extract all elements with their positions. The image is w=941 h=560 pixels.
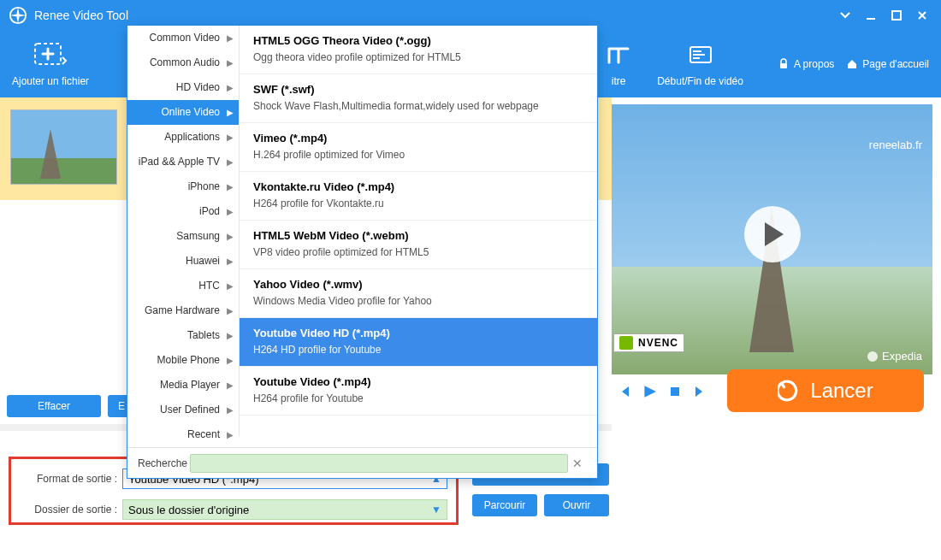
chevron-right-icon: ▶ — [227, 133, 234, 142]
format-category-item[interactable]: Game Hardware▶ — [127, 298, 239, 323]
chevron-right-icon: ▶ — [227, 33, 234, 43]
svg-rect-5 — [693, 50, 701, 52]
search-label: Recherche — [138, 457, 187, 469]
stop-button[interactable] — [666, 383, 684, 400]
option-desc: Ogg theora video profile optimized for H… — [253, 51, 583, 63]
format-category-item[interactable]: Media Player▶ — [127, 373, 239, 398]
format-option-item[interactable]: Youtube Video (*.mp4)H264 profile for Yo… — [240, 367, 597, 416]
settings-dropdown-icon[interactable] — [835, 5, 855, 26]
browse-button[interactable]: Parcourir — [472, 494, 537, 516]
play-button[interactable] — [641, 383, 658, 400]
app-logo-icon — [9, 6, 27, 25]
subtitle-icon — [606, 41, 631, 70]
search-input[interactable] — [196, 457, 562, 469]
category-label: Common Video — [150, 32, 221, 44]
next-button[interactable] — [692, 383, 709, 400]
chevron-right-icon: ▶ — [227, 380, 234, 390]
about-label: A propos — [794, 58, 834, 70]
category-label: User Defined — [160, 404, 220, 416]
chevron-right-icon: ▶ — [227, 108, 234, 117]
svg-rect-2 — [892, 11, 901, 20]
add-file-button[interactable]: Ajouter un fichier — [12, 41, 89, 87]
home-link[interactable]: Page d'accueil — [846, 58, 929, 70]
option-title: HTML5 WebM Video (*.webm) — [253, 229, 583, 242]
chevron-right-icon: ▶ — [227, 256, 234, 266]
svg-point-9 — [867, 351, 878, 362]
chevron-right-icon: ▶ — [227, 58, 234, 68]
format-category-item[interactable]: Tablets▶ — [127, 323, 239, 348]
format-option-item[interactable]: HTML5 WebM Video (*.webm)VP8 video profi… — [240, 221, 597, 269]
format-category-item[interactable]: Mobile Phone▶ — [127, 348, 239, 373]
svg-rect-1 — [867, 18, 875, 20]
format-category-item[interactable]: Huawei▶ — [127, 249, 239, 274]
option-title: Vkontakte.ru Video (*.mp4) — [253, 180, 583, 193]
category-label: HD Video — [176, 81, 220, 93]
subtitle-label: itre — [612, 75, 626, 87]
format-category-item[interactable]: iPad && Apple TV▶ — [127, 150, 239, 174]
format-category-list: Common Video▶Common Audio▶HD Video▶Onlin… — [127, 26, 239, 447]
play-overlay-button[interactable] — [744, 206, 801, 262]
chevron-right-icon: ▶ — [227, 331, 234, 340]
format-category-item[interactable]: Applications▶ — [127, 125, 239, 150]
category-label: Media Player — [160, 379, 220, 391]
format-dropdown: Common Video▶Common Audio▶HD Video▶Onlin… — [127, 26, 598, 479]
format-option-item[interactable]: Vkontakte.ru Video (*.mp4)H264 profile f… — [240, 172, 597, 221]
output-folder-select[interactable]: Sous le dossier d'origine ▼ — [122, 499, 447, 520]
subtitle-button[interactable]: itre — [606, 41, 631, 87]
about-link[interactable]: A propos — [778, 58, 834, 70]
format-category-item[interactable]: Samsung▶ — [127, 224, 239, 249]
format-category-item[interactable]: User Defined▶ — [127, 398, 239, 422]
chevron-right-icon: ▶ — [227, 281, 234, 291]
option-desc: H.264 profile optimized for Vimeo — [253, 149, 583, 161]
nvidia-icon — [619, 336, 633, 350]
category-label: iPhone — [188, 180, 220, 192]
option-desc: H264 profile for Youtube — [253, 392, 583, 404]
maximize-button[interactable] — [886, 5, 907, 26]
nvenc-badge: NVENC — [613, 333, 684, 352]
close-button[interactable] — [912, 5, 932, 26]
format-option-item[interactable]: HTML5 OGG Theora Video (*.ogg)Ogg theora… — [240, 26, 597, 74]
startend-button[interactable]: Début/Fin de vidéo — [657, 41, 743, 87]
format-category-item[interactable]: Common Video▶ — [127, 26, 239, 50]
watermark-bottom: Expedia — [867, 350, 922, 363]
open-button[interactable]: Ouvrir — [544, 494, 609, 516]
watermark-top: reneelab.fr — [869, 139, 922, 151]
output-folder-value: Sous le dossier d'origine — [128, 504, 417, 516]
format-option-item[interactable]: SWF (*.swf)Shock Wave Flash,Multimedia f… — [240, 74, 597, 123]
format-category-item[interactable]: HTC▶ — [127, 274, 239, 298]
home-icon — [846, 58, 858, 70]
category-label: Common Audio — [150, 56, 220, 68]
clear-search-button[interactable]: ✕ — [568, 457, 587, 470]
launch-label: Lancer — [810, 379, 873, 403]
format-category-item[interactable]: Online Video▶ — [127, 100, 239, 125]
file-thumbnail[interactable] — [10, 109, 117, 185]
format-option-item[interactable]: Youtube Video HD (*.mp4)H264 HD profile … — [240, 318, 597, 367]
format-category-item[interactable]: Common Audio▶ — [127, 50, 239, 75]
lock-icon — [778, 58, 790, 70]
format-option-item[interactable]: Vimeo (*.mp4)H.264 profile optimized for… — [240, 123, 597, 172]
chevron-right-icon: ▶ — [227, 157, 234, 167]
format-category-item[interactable]: HD Video▶ — [127, 75, 239, 100]
format-category-item[interactable]: Recent▶ — [127, 422, 239, 447]
startend-label: Début/Fin de vidéo — [657, 75, 743, 87]
category-label: Huawei — [186, 255, 220, 267]
format-option-item[interactable]: Yahoo Video (*.wmv)Windows Media Video p… — [240, 269, 597, 318]
search-input-wrap — [190, 454, 568, 473]
clear-button[interactable]: Effacer — [7, 395, 101, 417]
output-folder-label: Dossier de sortie : — [20, 504, 122, 516]
prev-button[interactable] — [615, 383, 632, 400]
option-title: Vimeo (*.mp4) — [253, 132, 583, 144]
chevron-right-icon: ▶ — [227, 306, 234, 315]
category-label: Game Hardware — [145, 304, 220, 316]
format-category-item[interactable]: iPhone▶ — [127, 174, 239, 199]
chevron-right-icon: ▶ — [227, 356, 234, 365]
svg-rect-7 — [693, 57, 700, 59]
launch-button[interactable]: Lancer — [727, 369, 924, 412]
left-panel: Effacer E Format de sortie : Youtube Vid… — [0, 97, 612, 560]
category-label: iPod — [199, 205, 220, 217]
chevron-right-icon: ▶ — [227, 182, 234, 192]
option-title: Youtube Video HD (*.mp4) — [253, 327, 583, 339]
minimize-button[interactable] — [861, 5, 881, 26]
add-file-icon — [33, 41, 68, 70]
format-category-item[interactable]: iPod▶ — [127, 199, 239, 224]
